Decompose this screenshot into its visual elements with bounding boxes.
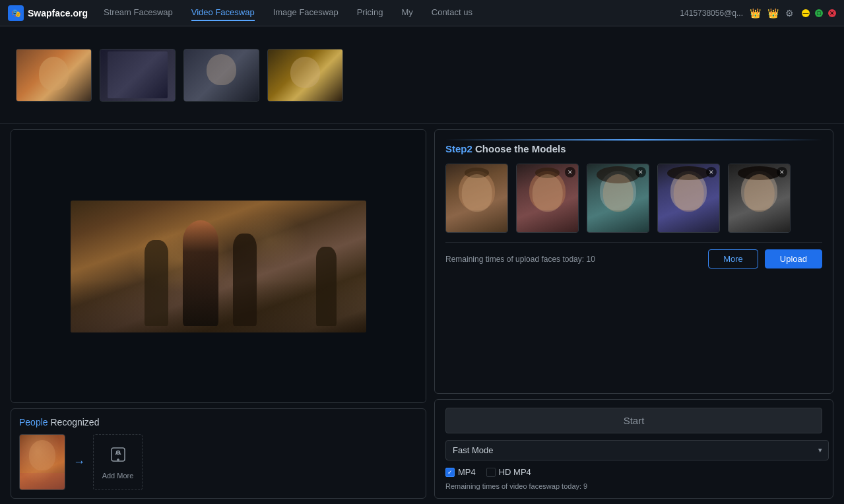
thumbnail-4[interactable]: [267, 49, 343, 102]
step-number: Step2: [445, 143, 472, 154]
start-button[interactable]: Start: [445, 408, 822, 433]
model-card-5[interactable]: ✕: [728, 164, 791, 233]
hd-mp4-checkbox[interactable]: [486, 468, 496, 477]
step2-title: Step2 Choose the Models: [445, 143, 822, 154]
upload-button[interactable]: Upload: [765, 249, 822, 268]
user-email: 1415738056@q...: [680, 9, 743, 18]
left-panel: Reset People Recognized →: [11, 129, 426, 499]
mp4-checkbox-label[interactable]: ✓ MP4: [445, 467, 476, 477]
reset-bar: Reset: [11, 402, 426, 403]
crown-icon: 👑: [750, 8, 761, 18]
panel-tab-line: [445, 139, 822, 141]
thumbnail-2[interactable]: [100, 49, 176, 102]
model-face-1: [446, 164, 507, 232]
model-card-2[interactable]: ✕: [516, 164, 579, 233]
model-close-4[interactable]: ✕: [706, 167, 717, 177]
models-panel: Step2 Choose the Models: [434, 129, 833, 394]
models-footer: Remaining times of upload faces today: 1…: [445, 242, 822, 268]
more-button[interactable]: More: [708, 249, 758, 268]
maximize-button[interactable]: □: [815, 9, 823, 17]
remaining-uploads-text: Remaining times of upload faces today: 1…: [445, 255, 595, 264]
choose-models-label: Choose the Models: [475, 143, 566, 154]
main-area: Reset People Recognized →: [0, 124, 844, 504]
people-title-highlight: People: [19, 417, 48, 427]
add-person-icon: [109, 445, 127, 468]
nav-menu: Stream Faceswap Video Faceswap Image Fac…: [104, 5, 680, 21]
nav-item-stream[interactable]: Stream Faceswap: [104, 5, 173, 21]
mode-select[interactable]: Fast Mode Quality Mode Ultra Mode: [445, 440, 829, 460]
models-grid: ✕ ✕ ✕: [445, 164, 822, 233]
format-row: ✓ MP4 HD MP4: [445, 467, 822, 477]
right-panel: Step2 Choose the Models: [434, 129, 833, 499]
close-button[interactable]: ✕: [828, 9, 836, 17]
thumbnail-3[interactable]: [183, 49, 259, 102]
nav-item-image[interactable]: Image Faceswap: [273, 5, 339, 21]
title-bar: 🎭 Swapface.org Stream Faceswap Video Fac…: [0, 0, 844, 26]
mp4-label: MP4: [458, 467, 476, 477]
thumbnail-strip: [0, 26, 844, 124]
video-container: Reset: [11, 129, 426, 403]
settings-icon[interactable]: ⚙: [785, 8, 794, 18]
video-preview: [11, 130, 426, 402]
add-more-button[interactable]: Add More: [93, 434, 143, 490]
footer-buttons: More Upload: [708, 249, 822, 268]
model-close-3[interactable]: ✕: [635, 167, 646, 177]
model-card-4[interactable]: ✕: [657, 164, 720, 233]
model-card-1[interactable]: [445, 164, 508, 233]
nav-item-video[interactable]: Video Faceswap: [191, 5, 255, 21]
nav-item-my[interactable]: My: [401, 5, 412, 21]
remaining-video-text: Remaining times of video faceswap today:…: [445, 482, 822, 490]
people-title: People Recognized: [19, 417, 418, 427]
thumbnail-1[interactable]: [16, 49, 92, 102]
window-controls: — □ ✕: [802, 9, 836, 17]
mode-select-row: Fast Mode Quality Mode Ultra Mode ▾: [445, 440, 822, 460]
bottom-controls-panel: Start Fast Mode Quality Mode Ultra Mode …: [434, 399, 833, 499]
crown-icon-2: 👑: [767, 8, 779, 18]
app-title: Swapface.org: [28, 8, 88, 18]
model-close-2[interactable]: ✕: [565, 167, 575, 177]
add-more-label: Add More: [102, 472, 134, 480]
person-face: [19, 434, 65, 490]
app-logo: 🎭 Swapface.org: [8, 5, 88, 21]
minimize-button[interactable]: —: [802, 9, 810, 17]
arrow-icon: →: [73, 455, 85, 469]
logo-icon: 🎭: [8, 5, 24, 21]
nav-item-contact[interactable]: Contact us: [432, 5, 472, 21]
people-panel: People Recognized →: [11, 408, 426, 499]
model-card-3[interactable]: ✕: [587, 164, 649, 233]
hd-mp4-label: HD MP4: [499, 467, 531, 477]
model-close-5[interactable]: ✕: [777, 167, 787, 177]
people-title-recognized: Recognized: [50, 417, 99, 427]
nav-item-pricing[interactable]: Pricing: [357, 5, 383, 21]
hd-mp4-checkbox-label[interactable]: HD MP4: [486, 467, 531, 477]
title-bar-right: 1415738056@q... 👑 👑 ⚙: [680, 8, 794, 18]
mp4-checkbox[interactable]: ✓: [445, 468, 455, 477]
people-row: → Add More: [19, 434, 418, 490]
